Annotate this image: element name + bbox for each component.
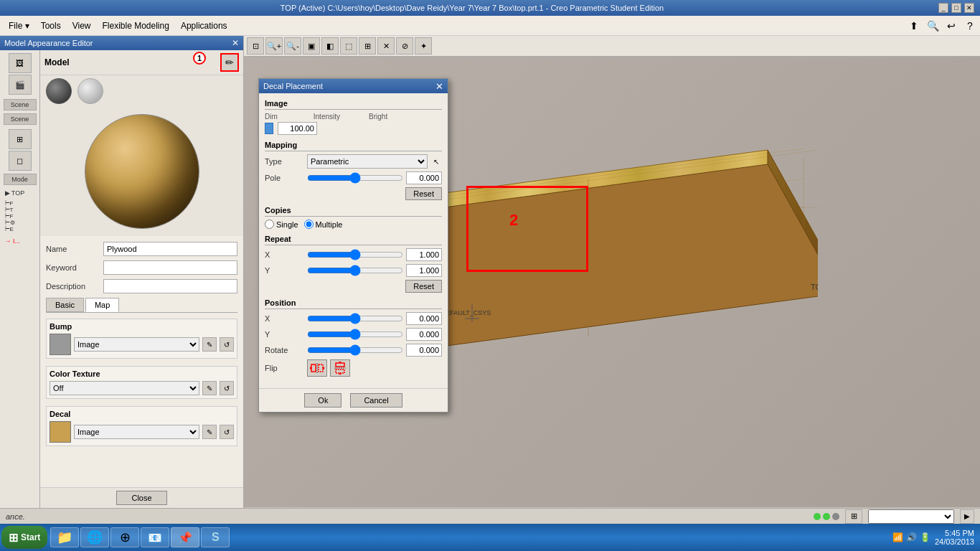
view-wire-button[interactable]: ⊞	[359, 37, 376, 55]
color-texture-select[interactable]: Off	[50, 381, 199, 395]
scroll-btn[interactable]: ⊞	[845, 509, 862, 524]
decal-reset-button[interactable]: ↺	[220, 425, 234, 439]
close-button[interactable]: ✕	[964, 3, 974, 13]
rotate-slider[interactable]	[307, 346, 403, 354]
name-input[interactable]	[103, 242, 237, 256]
pos-y-input[interactable]	[406, 328, 442, 341]
start-button[interactable]: ⊞ Start	[1, 526, 47, 549]
menu-flexible-modeling[interactable]: Flexible Modeling	[96, 18, 174, 34]
menu-view[interactable]: View	[67, 18, 97, 34]
dark-sphere-preview[interactable]	[46, 78, 72, 104]
single-radio[interactable]	[265, 220, 274, 229]
repeat-reset-button[interactable]: Reset	[405, 280, 442, 293]
ok-button[interactable]: Ok	[304, 393, 341, 408]
view-normal-button[interactable]: ▣	[303, 37, 320, 55]
panel-title-bar: Model Appearance Editor ✕	[0, 36, 243, 50]
bump-edit-button[interactable]: ✎	[202, 337, 217, 352]
view-option1[interactable]: ✕	[377, 37, 395, 55]
pos-x-slider[interactable]	[307, 314, 403, 323]
mapping-help-icon[interactable]: ↖	[430, 156, 442, 167]
skype-icon: S	[212, 531, 220, 544]
dialog-footer: Ok Cancel	[259, 388, 448, 412]
intensity-header: Intensity	[314, 113, 340, 121]
dialog-close-button[interactable]: ✕	[435, 81, 443, 92]
multiple-radio[interactable]	[304, 220, 314, 229]
keyword-input[interactable]	[103, 260, 237, 275]
view-option2[interactable]: ⊘	[396, 37, 413, 55]
view-shaded-button[interactable]: ◧	[321, 37, 339, 55]
tab-basic[interactable]: Basic	[46, 298, 84, 312]
flip-vertical-button[interactable]	[330, 359, 350, 377]
pos-y-slider[interactable]	[307, 330, 403, 339]
panel-close-button[interactable]: ✕	[232, 38, 239, 48]
eyedropper-button[interactable]: ✏	[220, 53, 239, 72]
menu-tools[interactable]: Tools	[35, 18, 67, 34]
date-display: 24/03/2013	[935, 537, 974, 546]
taskbar-app-outlook[interactable]: 📧	[141, 527, 169, 547]
brightness-slider-handle[interactable]	[265, 123, 273, 134]
search-icon[interactable]: 🔍	[925, 19, 940, 33]
repeat-x-slider[interactable]	[307, 250, 403, 259]
pole-slider[interactable]	[307, 174, 403, 182]
tab-map[interactable]: Map	[85, 298, 119, 312]
menu-file[interactable]: File ▾	[3, 18, 35, 34]
color-texture-reset-button[interactable]: ↺	[220, 381, 234, 395]
decal-edit-button[interactable]: ✎	[202, 425, 217, 439]
position-y-row: Y	[265, 328, 442, 341]
nav-up-icon[interactable]: ⬆	[907, 19, 921, 33]
repeat-y-input[interactable]	[406, 264, 442, 277]
bump-reset-button[interactable]: ↺	[220, 337, 234, 352]
bright-value-input[interactable]	[278, 122, 317, 135]
title-bar-title: TOP (Active) C:\Users\hoy\Desktop\Dave R…	[6, 4, 938, 12]
bump-type-select[interactable]: Image	[74, 337, 199, 352]
model-appearance-editor-panel: Model Appearance Editor ✕ 🖼 🎬 Scene Scen…	[0, 36, 244, 508]
repeat-y-slider[interactable]	[307, 266, 403, 275]
mapping-type-select[interactable]: Parametric Planar Cylindrical Spherical	[307, 154, 428, 169]
bright-header: Bright	[369, 113, 387, 121]
mapping-section: Mapping Type Parametric Planar Cylindric…	[265, 141, 442, 200]
taskbar-app-chrome[interactable]: ⊕	[110, 527, 139, 547]
zoom-out-button[interactable]: 🔍-	[284, 37, 301, 55]
help-icon[interactable]: ?	[963, 19, 977, 33]
mapping-reset-button[interactable]: Reset	[405, 187, 442, 200]
menu-applications[interactable]: Applications	[175, 18, 233, 34]
color-texture-edit-button[interactable]: ✎	[202, 381, 217, 395]
taskbar-app-creo[interactable]: 📌	[171, 527, 199, 547]
taskbar-app-skype[interactable]: S	[201, 527, 230, 547]
zoom-fit-button[interactable]: ⊡	[247, 37, 264, 55]
view-option3[interactable]: ✦	[415, 37, 432, 55]
description-input[interactable]	[103, 279, 237, 293]
repeat-y-label: Y	[265, 266, 304, 275]
taskbar-right: 📶 🔊 🔋 5:45 PM 24/03/2013	[892, 529, 979, 546]
multiple-label: Multiple	[316, 220, 343, 229]
close-panel-button[interactable]: Close	[116, 491, 166, 505]
color-texture-row: Off ✎ ↺	[50, 381, 234, 395]
sidebar-icon-grid[interactable]: ⊞	[9, 129, 32, 149]
cancel-button[interactable]: Cancel	[350, 393, 402, 408]
sidebar-icon-model[interactable]: ◻	[9, 151, 32, 171]
view-hidden-button[interactable]: ⬚	[340, 37, 357, 55]
description-label: Description	[46, 282, 103, 291]
taskbar-app-explorer[interactable]: 📁	[50, 527, 79, 547]
light-sphere-preview[interactable]	[77, 78, 103, 104]
decal-type-select[interactable]: Image	[74, 425, 199, 439]
maximize-button[interactable]: □	[951, 3, 961, 13]
sidebar-icon-photo[interactable]: 🖼	[9, 53, 32, 73]
pole-value-input[interactable]	[406, 171, 442, 184]
minimize-button[interactable]: _	[938, 3, 948, 13]
viewport-3d[interactable]: TOP †DEFAULT_CSYS 2 Decal Placement ✕	[244, 57, 980, 507]
image-section: Image Dim Intensity Bright	[265, 99, 442, 135]
taskbar-app-ie[interactable]: 🌐	[80, 527, 109, 547]
view-selector[interactable]	[868, 509, 954, 524]
rotate-input[interactable]	[406, 344, 442, 357]
sidebar-icon-scene[interactable]: 🎬	[9, 75, 32, 95]
pos-x-input[interactable]	[406, 312, 442, 325]
status-text: ance.	[6, 512, 814, 521]
back-icon[interactable]: ↩	[944, 19, 958, 33]
zoom-in-button[interactable]: 🔍+	[265, 37, 283, 55]
tree-top-item[interactable]: ▶ TOP	[4, 188, 37, 198]
repeat-x-input[interactable]	[406, 248, 442, 261]
flip-horizontal-button[interactable]	[307, 359, 327, 377]
panel-toggle-button[interactable]: ▶	[960, 509, 974, 524]
tree-arrow-item[interactable]: → I...	[4, 236, 37, 246]
